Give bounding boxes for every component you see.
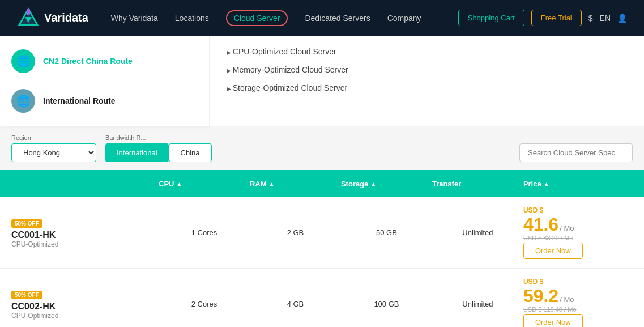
- ram-value: 2 GB: [250, 228, 341, 237]
- price-sort-icon: ▲: [544, 181, 549, 187]
- discount-badge: 50% OFF: [11, 219, 42, 228]
- logo[interactable]: Varidata: [17, 7, 88, 29]
- international-globe-icon: 🌐: [11, 89, 35, 113]
- language-selector[interactable]: EN: [600, 14, 611, 23]
- nav-locations[interactable]: Locations: [175, 14, 209, 23]
- row-info-cc002: 50% OFF CC002-HK CPU-Optimized: [11, 289, 159, 320]
- storage-value: 100 GB: [341, 300, 432, 308]
- discount-badge: 50% OFF: [11, 291, 42, 299]
- server-name: CC002-HK: [11, 301, 159, 312]
- original-price: USD $ 118.40 / Mo: [523, 306, 577, 313]
- logo-text: Varidata: [44, 11, 88, 24]
- transfer-value: Unlimited: [432, 300, 523, 308]
- order-now-button[interactable]: Order Now: [523, 314, 583, 327]
- filter-row: Region Hong Kong Bandwidth R... Internat…: [0, 126, 644, 162]
- original-price: USD $ 83.20 / Mo: [523, 235, 573, 241]
- search-input[interactable]: [519, 143, 633, 162]
- free-trial-button[interactable]: Free Trial: [531, 10, 582, 26]
- bandwidth-filter-group: Bandwidth R... International China: [105, 134, 212, 162]
- nav-cloud-server[interactable]: Cloud Server: [226, 10, 288, 26]
- ram-sort-icon: ▲: [269, 181, 275, 187]
- cpu-value: 2 Cores: [159, 300, 250, 308]
- server-type: CPU-Optimized: [11, 312, 159, 320]
- table-row: 50% OFF CC001-HK CPU-Optimized 1 Cores 2…: [0, 197, 644, 269]
- cpu-value: 1 Cores: [159, 228, 250, 237]
- th-cpu[interactable]: CPU ▲: [159, 180, 250, 188]
- svg-rect-3: [27, 9, 30, 15]
- price-value: 41.6: [523, 215, 558, 233]
- server-type: CPU-Optimized: [11, 240, 159, 248]
- usd-label: USD $: [523, 278, 543, 286]
- ram-value: 4 GB: [250, 300, 341, 308]
- nav-why-varidata[interactable]: Why Varidata: [111, 14, 158, 23]
- nav-company[interactable]: Company: [387, 14, 421, 23]
- storage-value: 50 GB: [341, 228, 432, 237]
- server-name: CC001-HK: [11, 230, 159, 240]
- th-transfer: Transfer: [432, 180, 523, 188]
- shopping-cart-button[interactable]: Shopping Cart: [458, 10, 524, 26]
- logo-icon: [17, 7, 40, 29]
- th-price[interactable]: Price ▲: [523, 180, 633, 188]
- nav-right: Shopping Cart Free Trial $ EN 👤: [458, 10, 627, 26]
- table-header: CPU ▲ RAM ▲ Storage ▲ Transfer Price ▲: [0, 170, 644, 197]
- dropdown-server-types: CPU-Optimized Cloud Server Memory-Optimi…: [210, 36, 365, 126]
- price-value: 59.2: [523, 287, 558, 305]
- th-ram[interactable]: RAM ▲: [250, 180, 341, 188]
- main-content: Region Hong Kong Bandwidth R... Internat…: [0, 126, 644, 327]
- price-unit: / Mo: [560, 224, 574, 232]
- region-filter-group: Region Hong Kong: [11, 134, 96, 162]
- usd-label: USD $: [523, 206, 543, 214]
- cpu-optimized-option[interactable]: CPU-Optimized Cloud Server: [227, 47, 348, 56]
- cn2-globe-icon: 🌐: [11, 49, 35, 73]
- storage-optimized-option[interactable]: Storage-Optimized Cloud Server: [227, 83, 348, 92]
- transfer-value: Unlimited: [432, 228, 523, 237]
- th-storage[interactable]: Storage ▲: [341, 180, 432, 188]
- china-btn[interactable]: China: [169, 143, 212, 162]
- table-row: 50% OFF CC002-HK CPU-Optimized 2 Cores 4…: [0, 269, 644, 327]
- user-icon[interactable]: 👤: [617, 14, 627, 23]
- row-info-cc001: 50% OFF CC001-HK CPU-Optimized: [11, 218, 159, 248]
- cn2-route-label: CN2 Direct China Route: [43, 57, 133, 66]
- nav-dedicated-servers[interactable]: Dedicated Servers: [305, 14, 370, 23]
- order-now-button[interactable]: Order Now: [523, 243, 583, 259]
- dropdown-routes: 🌐 CN2 Direct China Route 🌐 International…: [0, 36, 210, 126]
- navbar: Varidata Why Varidata Locations Cloud Se…: [0, 0, 644, 36]
- international-btn[interactable]: International: [105, 143, 169, 162]
- bandwidth-label: Bandwidth R...: [105, 134, 212, 141]
- cpu-sort-icon: ▲: [176, 181, 182, 187]
- international-route-item[interactable]: 🌐 International Route: [0, 81, 209, 121]
- cn2-route-item[interactable]: 🌐 CN2 Direct China Route: [0, 41, 209, 81]
- international-route-label: International Route: [43, 96, 116, 105]
- currency-icon[interactable]: $: [588, 14, 593, 23]
- price-unit: / Mo: [560, 295, 574, 304]
- price-cell: USD $ 41.6 / Mo USD $ 83.20 / Mo Order N…: [523, 206, 633, 259]
- price-cell: USD $ 59.2 / Mo USD $ 118.40 / Mo Order …: [523, 278, 633, 327]
- cloud-server-dropdown: 🌐 CN2 Direct China Route 🌐 International…: [0, 36, 644, 126]
- region-select[interactable]: Hong Kong: [11, 143, 96, 162]
- memory-optimized-option[interactable]: Memory-Optimized Cloud Server: [227, 65, 348, 74]
- region-label: Region: [11, 134, 96, 141]
- storage-sort-icon: ▲: [370, 181, 376, 187]
- nav-links: Why Varidata Locations Cloud Server Dedi…: [111, 10, 458, 26]
